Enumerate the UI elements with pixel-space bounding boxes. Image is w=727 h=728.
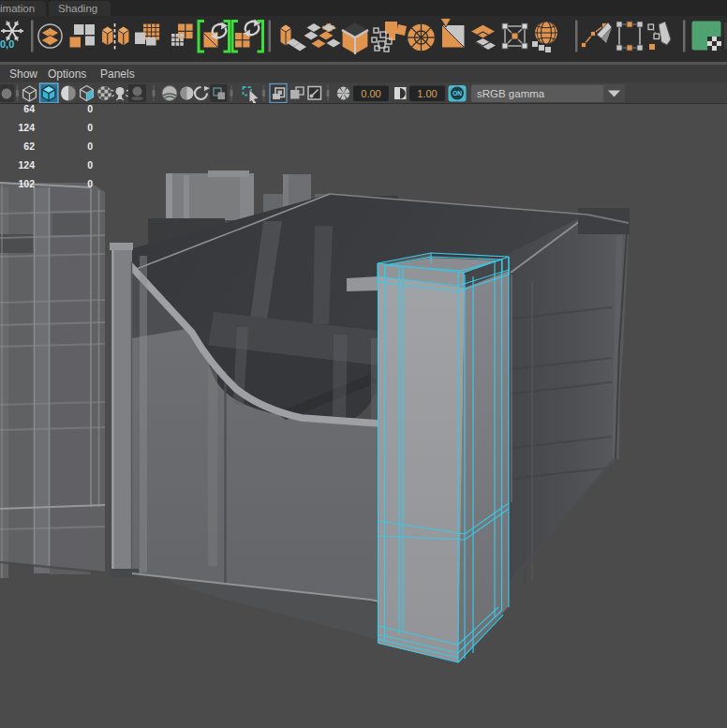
svg-text:0: 0 <box>87 159 93 171</box>
svg-text:0: 0 <box>87 141 93 152</box>
svg-text:102: 102 <box>18 178 35 189</box>
svg-text:0: 0 <box>87 178 93 189</box>
svg-text:124: 124 <box>18 159 35 171</box>
svg-text:0,0: 0,0 <box>0 38 14 50</box>
svg-text:124: 124 <box>18 122 35 133</box>
svg-text:sRGB gamma: sRGB gamma <box>477 88 545 99</box>
svg-text:ON: ON <box>453 90 462 97</box>
svg-text:0: 0 <box>87 104 93 114</box>
svg-text:64: 64 <box>23 104 35 114</box>
svg-text:1.00: 1.00 <box>417 88 437 99</box>
svg-text:0.00: 0.00 <box>361 88 380 99</box>
svg-text:0: 0 <box>87 122 93 133</box>
svg-text:62: 62 <box>23 141 35 152</box>
